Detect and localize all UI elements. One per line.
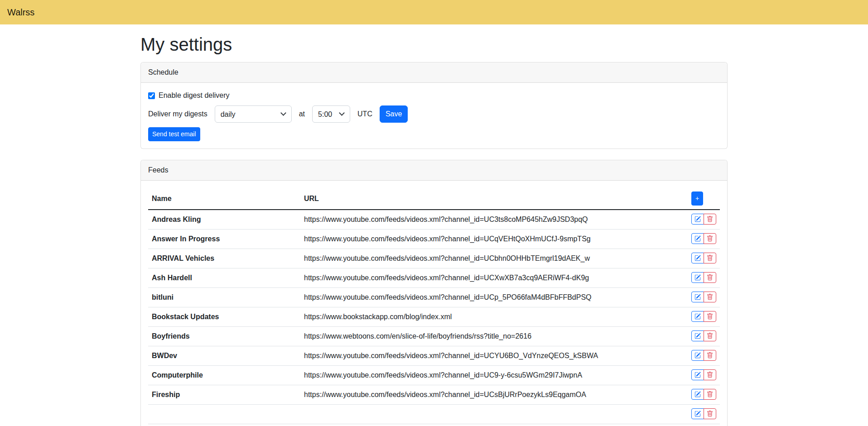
table-row: Fireship https://www.youtube.com/feeds/v…	[148, 385, 720, 405]
digest-schedule-row: Deliver my digests daily at 5:00 UTC Sav…	[148, 105, 720, 123]
edit-feed-button[interactable]	[691, 311, 704, 322]
feed-name	[148, 405, 300, 424]
pencil-square-icon	[694, 391, 701, 397]
feed-actions-group	[691, 350, 716, 361]
feed-actions	[688, 327, 720, 346]
pencil-square-icon	[694, 333, 701, 339]
feed-actions	[688, 268, 720, 288]
feed-name: Ash Hardell	[148, 268, 300, 288]
utc-label: UTC	[357, 109, 372, 120]
enable-digest-row: Enable digest delivery	[148, 90, 720, 101]
feed-url: https://www.youtube.com/feeds/videos.xml…	[300, 288, 688, 307]
feed-name: Boyfriends	[148, 327, 300, 346]
main-content: My settings Schedule Enable digest deliv…	[135, 34, 733, 426]
edit-feed-button[interactable]	[691, 389, 704, 400]
delete-feed-button[interactable]	[704, 389, 716, 400]
feed-name: ARRIVAL Vehicles	[148, 249, 300, 268]
feed-actions-group	[691, 311, 716, 322]
feeds-card-body: Name URL + Andreas Kling https://www.you…	[141, 181, 727, 426]
delete-feed-button[interactable]	[704, 330, 716, 341]
edit-feed-button[interactable]	[691, 408, 704, 419]
edit-feed-button[interactable]	[691, 233, 704, 244]
navbar: Walrss	[0, 0, 868, 24]
feed-url: https://www.youtube.com/feeds/videos.xml…	[300, 249, 688, 268]
schedule-card-header: Schedule	[141, 62, 727, 83]
time-select-wrap: 5:00	[312, 105, 350, 123]
column-header-url: URL	[300, 188, 688, 210]
feed-url: https://www.youtube.com/feeds/videos.xml…	[300, 210, 688, 230]
table-row: Ash Hardell https://www.youtube.com/feed…	[148, 268, 720, 288]
feed-url: https://www.youtube.com/feeds/videos.xml…	[300, 385, 688, 405]
feed-actions-group	[691, 233, 716, 244]
feed-url: https://www.youtube.com/feeds/videos.xml…	[300, 230, 688, 249]
feed-actions-group	[691, 214, 716, 225]
test-email-row: Send test email	[148, 127, 720, 141]
table-row: bitluni https://www.youtube.com/feeds/vi…	[148, 288, 720, 307]
trash-icon	[707, 352, 713, 359]
edit-feed-button[interactable]	[691, 369, 704, 380]
feeds-table: Name URL + Andreas Kling https://www.you…	[148, 188, 720, 424]
table-row: ARRIVAL Vehicles https://www.youtube.com…	[148, 249, 720, 268]
enable-digest-checkbox[interactable]	[148, 92, 155, 99]
delete-feed-button[interactable]	[704, 292, 716, 302]
feed-actions	[688, 210, 720, 230]
delete-feed-button[interactable]	[704, 408, 716, 419]
edit-feed-button[interactable]	[691, 330, 704, 341]
table-row: Bookstack Updates https://www.bookstacka…	[148, 307, 720, 327]
delete-feed-button[interactable]	[704, 272, 716, 283]
delete-feed-button[interactable]	[704, 214, 716, 225]
trash-icon	[707, 391, 713, 397]
feed-actions	[688, 346, 720, 366]
feed-url: https://www.webtoons.com/en/slice-of-lif…	[300, 327, 688, 346]
table-row: BWDev https://www.youtube.com/feeds/vide…	[148, 346, 720, 366]
trash-icon	[707, 294, 713, 300]
trash-icon	[707, 255, 713, 261]
app-brand[interactable]: Walrss	[7, 7, 34, 17]
edit-feed-button[interactable]	[691, 214, 704, 225]
feed-name: Fireship	[148, 385, 300, 405]
delete-feed-button[interactable]	[704, 311, 716, 322]
pencil-square-icon	[694, 255, 701, 261]
enable-digest-label[interactable]: Enable digest delivery	[159, 90, 230, 101]
pencil-square-icon	[694, 216, 701, 222]
time-select[interactable]: 5:00	[312, 105, 350, 123]
send-test-email-button[interactable]: Send test email	[148, 127, 200, 141]
trash-icon	[707, 313, 713, 320]
schedule-card-body: Enable digest delivery Deliver my digest…	[141, 83, 727, 148]
delete-feed-button[interactable]	[704, 253, 716, 263]
edit-feed-button[interactable]	[691, 272, 704, 283]
edit-feed-button[interactable]	[691, 253, 704, 263]
feed-name: Andreas Kling	[148, 210, 300, 230]
pencil-square-icon	[694, 274, 701, 281]
save-button[interactable]: Save	[380, 105, 408, 123]
feed-actions-group	[691, 389, 716, 400]
at-label: at	[299, 109, 305, 120]
edit-feed-button[interactable]	[691, 292, 704, 302]
add-feed-button[interactable]: +	[691, 191, 703, 206]
feed-actions-group	[691, 253, 716, 263]
pencil-square-icon	[694, 411, 701, 417]
trash-icon	[707, 235, 713, 242]
delete-feed-button[interactable]	[704, 350, 716, 361]
delete-feed-button[interactable]	[704, 233, 716, 244]
feed-url: https://www.bookstackapp.com/blog/index.…	[300, 307, 688, 327]
feeds-card-header: Feeds	[141, 160, 727, 181]
feed-actions	[688, 230, 720, 249]
pencil-square-icon	[694, 372, 701, 378]
trash-icon	[707, 333, 713, 339]
feeds-tbody: Andreas Kling https://www.youtube.com/fe…	[148, 210, 720, 424]
page-title: My settings	[140, 34, 728, 55]
trash-icon	[707, 274, 713, 281]
feeds-card: Feeds Name URL + Andreas Kling https://w…	[140, 160, 728, 426]
feed-actions-group	[691, 292, 716, 302]
feed-name: Computerphile	[148, 366, 300, 385]
feed-actions-group	[691, 369, 716, 380]
delete-feed-button[interactable]	[704, 369, 716, 380]
frequency-select[interactable]: daily	[215, 105, 292, 123]
table-row: Computerphile https://www.youtube.com/fe…	[148, 366, 720, 385]
deliver-digests-label: Deliver my digests	[148, 109, 207, 120]
schedule-card: Schedule Enable digest delivery Deliver …	[140, 62, 728, 149]
pencil-square-icon	[694, 235, 701, 242]
edit-feed-button[interactable]	[691, 350, 704, 361]
pencil-square-icon	[694, 352, 701, 359]
